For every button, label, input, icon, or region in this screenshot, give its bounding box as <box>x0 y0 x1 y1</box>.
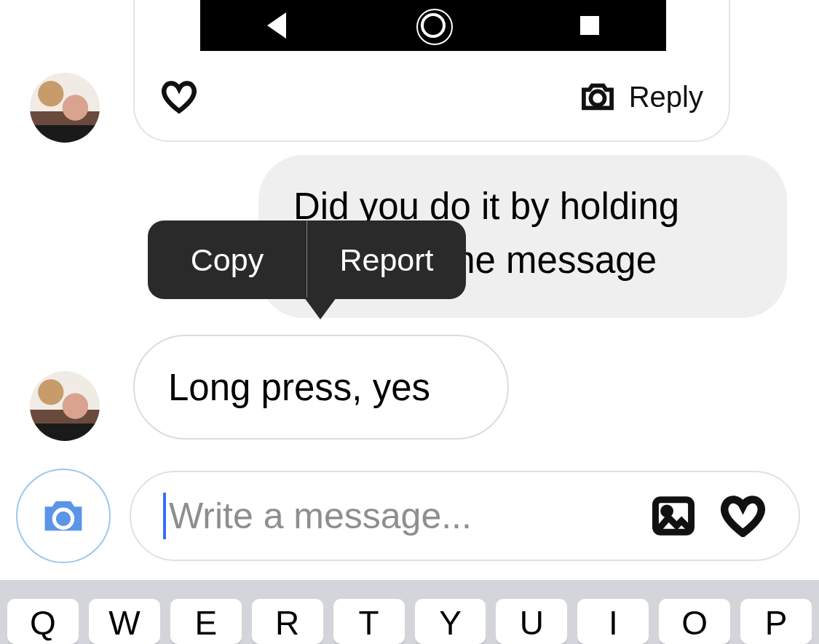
message-input[interactable]: Write a message... <box>130 471 800 561</box>
media-actions-bar: Reply <box>135 57 729 137</box>
send-like-icon[interactable] <box>719 495 767 537</box>
key-y[interactable]: Y <box>415 599 486 644</box>
report-menu-item[interactable]: Report <box>307 220 466 299</box>
sender-avatar[interactable] <box>30 371 100 441</box>
key-q[interactable]: Q <box>7 599 79 644</box>
key-u[interactable]: U <box>496 599 567 644</box>
shared-media-card[interactable]: Reply <box>133 0 730 142</box>
svg-point-0 <box>590 91 604 105</box>
android-recents-icon <box>580 16 599 35</box>
camera-button[interactable] <box>16 469 111 563</box>
copy-menu-item[interactable]: Copy <box>148 220 306 299</box>
android-back-icon <box>267 12 286 39</box>
svg-point-3 <box>664 507 670 514</box>
key-r[interactable]: R <box>252 599 323 644</box>
composer-row: Write a message... <box>0 466 819 565</box>
camera-fill-icon <box>39 496 87 536</box>
sender-avatar[interactable] <box>30 73 100 143</box>
shared-screenshot-navbar <box>200 0 666 51</box>
key-t[interactable]: T <box>333 599 405 644</box>
text-cursor <box>163 493 166 539</box>
message-input-placeholder: Write a message... <box>169 495 472 537</box>
key-w[interactable]: W <box>89 599 160 644</box>
key-e[interactable]: E <box>170 599 242 644</box>
message-context-menu: Copy Report <box>148 220 466 299</box>
reply-button-label[interactable]: Reply <box>629 81 703 114</box>
incoming-message-text: Long press, yes <box>168 366 430 409</box>
like-icon[interactable] <box>160 79 198 114</box>
context-menu-arrow-icon <box>304 298 336 319</box>
incoming-message-bubble[interactable]: Long press, yes <box>133 335 509 440</box>
android-home-icon <box>421 13 446 38</box>
camera-reply-icon[interactable] <box>579 82 616 112</box>
keyboard: Q W E R T Y U I O P <box>0 580 819 644</box>
key-i[interactable]: I <box>577 599 649 644</box>
key-p[interactable]: P <box>740 599 812 644</box>
chat-area: Reply Did you do it by holding down on t… <box>0 0 819 580</box>
gallery-icon[interactable] <box>652 496 695 536</box>
key-o[interactable]: O <box>659 599 730 644</box>
